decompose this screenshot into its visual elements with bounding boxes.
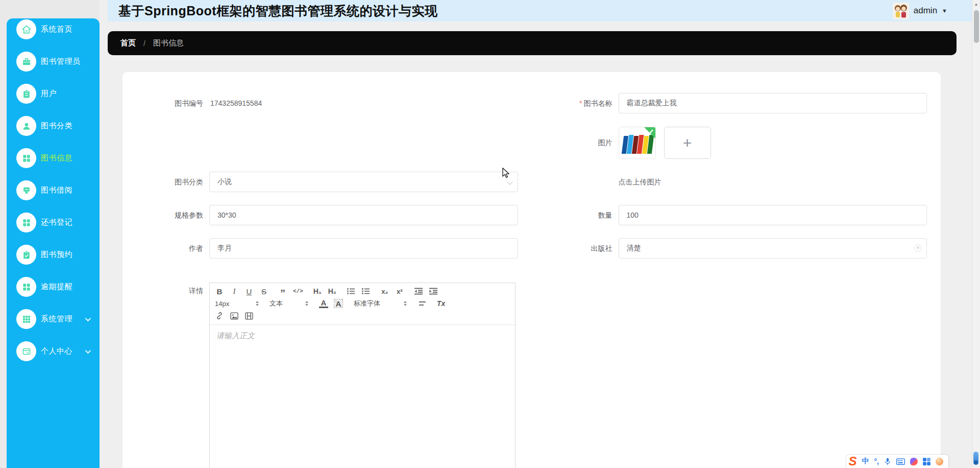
heading1-button[interactable]: H₁	[313, 286, 322, 296]
category-label: 图书分类	[122, 172, 209, 192]
author-input[interactable]	[209, 238, 518, 259]
book-name-input[interactable]	[619, 93, 927, 113]
blockquote-button[interactable]: ”	[278, 286, 287, 296]
card-icon	[16, 341, 36, 361]
updown-caret-icon	[404, 301, 407, 306]
heading2-button[interactable]: H₂	[328, 286, 337, 296]
breadcrumb-separator: /	[143, 39, 145, 48]
editor-placeholder: 请输入正文	[216, 331, 255, 340]
main-area: 基于SpringBoot框架的智慧图书管理系统的设计与实现 admin ▼ 首页…	[100, 0, 980, 468]
upload-image-button[interactable]: +	[664, 127, 711, 159]
sidebar-item-system-manage[interactable]: 系统管理	[7, 303, 100, 335]
updown-caret-icon	[256, 301, 259, 306]
image-button[interactable]	[230, 311, 239, 321]
uploaded-image-thumbnail[interactable]	[619, 127, 656, 159]
required-asterisk: *	[579, 99, 582, 107]
code-button[interactable]: </>	[293, 286, 303, 296]
blue-pin-widget[interactable]	[973, 452, 978, 465]
sidebar-item-book-reserve[interactable]: 图书预约	[7, 239, 100, 271]
keyboard-icon[interactable]	[896, 458, 905, 465]
user-dropdown[interactable]: admin ▼	[893, 3, 947, 19]
strikethrough-button[interactable]: S	[259, 286, 268, 296]
grid-icon	[16, 148, 36, 168]
scrollbar-thumb[interactable]	[974, 10, 979, 43]
sidebar-item-book-return[interactable]: 还书登记	[7, 206, 100, 239]
spec-input[interactable]	[209, 205, 518, 225]
font-size-select[interactable]: 14px	[215, 300, 259, 308]
form-row: 图书编号 1743258915584 *图书名称	[122, 93, 941, 113]
emoji-icon[interactable]	[936, 458, 943, 465]
rich-text-editor: B I U S ” </> H₁ H₂	[209, 283, 516, 468]
video-button[interactable]	[244, 311, 254, 321]
quantity-label: 数量	[532, 205, 619, 225]
chevron-down-icon	[85, 347, 91, 353]
form-row: 作者 出版社 ✕	[122, 238, 941, 259]
book-name-label: *图书名称	[532, 93, 619, 113]
detail-label: 详情	[122, 283, 209, 296]
vertical-scrollbar: ▲	[972, 0, 980, 468]
editor-body[interactable]: 请输入正文	[210, 325, 515, 468]
highlight-color-button[interactable]: A	[334, 299, 343, 308]
ime-mode-chinese[interactable]: 中	[862, 457, 869, 466]
microphone-icon[interactable]	[884, 457, 891, 466]
breadcrumb-home-link[interactable]: 首页	[120, 38, 136, 48]
font-color-button[interactable]: A	[319, 299, 328, 308]
bold-button[interactable]: B	[215, 286, 224, 296]
sidebar-item-home[interactable]: 系统首页	[7, 18, 100, 45]
sidebar-item-book-borrow[interactable]: 图书借阅	[7, 174, 100, 206]
sidebar-item-librarian[interactable]: 图书管理员	[7, 45, 100, 78]
form-card: 图书编号 1743258915584 *图书名称 图片	[122, 72, 941, 468]
sidebar-menu: 系统首页 图书管理员 用户 图书分类 图书信息	[7, 18, 100, 367]
breadcrumb-current: 图书信息	[153, 38, 184, 48]
clear-format-button[interactable]: Tx	[436, 298, 446, 309]
user-icon	[16, 116, 36, 136]
sogou-logo-icon[interactable]: S	[848, 456, 856, 467]
ime-toolbar: S 中 °,	[846, 455, 948, 468]
briefcase-icon	[16, 52, 36, 72]
indent-button[interactable]	[429, 286, 438, 296]
chevron-down-icon	[85, 315, 91, 321]
caret-down-icon: ▼	[942, 8, 947, 14]
form-row: 图片 +	[122, 127, 941, 159]
category-select[interactable]	[209, 172, 518, 192]
sidebar-item-book-category[interactable]: 图书分类	[7, 110, 100, 142]
clipboard-icon	[16, 84, 36, 104]
toolbox-grid-icon[interactable]	[923, 458, 930, 465]
sidebar-item-overdue[interactable]: 逾期提醒	[7, 271, 100, 303]
sidebar-item-book-info[interactable]: 图书信息	[7, 142, 100, 174]
avatar	[893, 3, 909, 19]
text-style-select[interactable]: 文本	[270, 299, 308, 308]
sidebar-item-users[interactable]: 用户	[7, 78, 100, 110]
scroll-up-arrow[interactable]: ▲	[972, 0, 980, 7]
username: admin	[914, 6, 937, 16]
subscript-button[interactable]: x₂	[380, 286, 389, 296]
ordered-list-button[interactable]	[347, 286, 356, 296]
sidebar: 系统首页 图书管理员 用户 图书分类 图书信息	[7, 18, 100, 468]
link-button[interactable]	[215, 311, 224, 321]
form-row: 图书分类 点击上传图片	[122, 172, 941, 192]
underline-button[interactable]: U	[244, 286, 254, 296]
grid-icon	[16, 213, 36, 232]
line-height-button[interactable]	[418, 298, 427, 309]
publisher-input[interactable]	[619, 238, 927, 259]
author-label: 作者	[122, 238, 209, 259]
upload-hint: 点击上传图片	[619, 178, 662, 186]
skin-pinwheel-icon[interactable]	[910, 458, 918, 465]
top-header: 基于SpringBoot框架的智慧图书管理系统的设计与实现 admin ▼	[108, 0, 972, 21]
clear-input-icon[interactable]: ✕	[914, 244, 922, 252]
book-id-value: 1743258915584	[209, 99, 262, 107]
ime-punctuation[interactable]: °,	[874, 457, 879, 465]
sidebar-item-personal-center[interactable]: 个人中心	[7, 335, 100, 367]
breadcrumb: 首页 / 图书信息	[108, 31, 957, 55]
quantity-input[interactable]	[619, 205, 927, 225]
unordered-list-button[interactable]	[361, 286, 371, 296]
italic-button[interactable]: I	[230, 286, 239, 296]
outdent-button[interactable]	[414, 286, 423, 296]
image-label: 图片	[532, 127, 619, 159]
home-icon	[16, 19, 36, 39]
form-row: 规格参数 数量	[122, 205, 941, 225]
book-id-label: 图书编号	[122, 93, 209, 113]
board-icon	[16, 180, 36, 200]
font-family-select[interactable]: 标准字体	[354, 299, 407, 308]
superscript-button[interactable]: x²	[395, 286, 404, 296]
